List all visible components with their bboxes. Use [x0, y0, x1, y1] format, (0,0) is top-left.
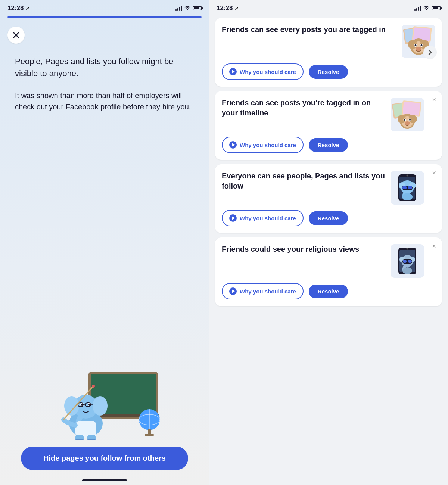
svg-point-39 [415, 44, 417, 46]
card-3-title: Everyone can see people, Pages and lists… [222, 171, 391, 191]
wifi-icon-left [184, 5, 190, 11]
home-indicator-left [82, 479, 127, 481]
illustration-area [0, 366, 209, 440]
progress-bar-container [0, 15, 209, 18]
rbar1 [414, 9, 416, 11]
svg-point-68 [407, 248, 408, 250]
card-4-illustration [391, 245, 424, 277]
teacher-illustration [45, 366, 164, 440]
card-2-top: Friends can see posts you're tagged in o… [222, 98, 435, 131]
status-icons-left [175, 5, 202, 11]
card-3-top: Everyone can see people, Pages and lists… [222, 171, 435, 205]
left-panel: 12:28 ↗ [0, 0, 209, 485]
card-3-illustration [391, 171, 424, 204]
card-2-title: Friends can see posts you're tagged in o… [222, 98, 391, 118]
location-icon-left: ↗ [25, 5, 30, 11]
svg-rect-74 [408, 260, 412, 263]
privacy-card-3: × Everyone can see people, Pages and lis… [215, 164, 442, 233]
card-2-why-label: Why you should care [240, 142, 296, 148]
close-button[interactable] [7, 27, 25, 44]
card-1-why-button[interactable]: Why you should care [222, 63, 304, 80]
signal-bars-left [175, 6, 182, 11]
bar4 [181, 6, 182, 11]
card-2-illustration [391, 98, 424, 131]
card-4-close[interactable]: × [432, 243, 436, 249]
card-4-title: Friends could see your religious views [222, 244, 391, 254]
play-triangle-1 [232, 70, 235, 74]
battery-fill-right [433, 7, 438, 9]
battery-icon-left [193, 6, 202, 10]
card-3-why-button[interactable]: Why you should care [222, 210, 304, 226]
status-icons-right [414, 5, 441, 11]
svg-rect-73 [403, 260, 407, 263]
battery-icon-right [432, 6, 441, 10]
play-triangle-4 [232, 289, 235, 293]
card-2-resolve-button[interactable]: Resolve [309, 138, 348, 152]
svg-point-54 [409, 119, 411, 121]
play-icon-2 [229, 141, 237, 149]
signal-bars-right [414, 6, 421, 11]
play-icon-3 [229, 214, 237, 222]
battery-fill-left [194, 7, 199, 9]
svg-point-75 [402, 267, 412, 274]
play-icon-1 [229, 68, 237, 75]
card-4-why-button[interactable]: Why you should care [222, 283, 304, 299]
play-triangle-3 [232, 216, 235, 220]
right-panel: 12:28 ↗ [209, 0, 448, 485]
card-4-buttons: Why you should care Resolve [222, 283, 435, 299]
wifi-icon-right [423, 5, 429, 11]
privacy-card-4: × Friends could see your religious views [215, 237, 442, 306]
svg-rect-9 [145, 434, 154, 436]
hide-pages-button[interactable]: Hide pages you follow from others [21, 447, 188, 470]
card-3-why-label: Why you should care [240, 215, 296, 221]
card-1-chevron[interactable] [423, 46, 437, 59]
rbar4 [420, 6, 421, 11]
svg-point-65 [402, 193, 413, 200]
svg-rect-46 [403, 102, 420, 116]
card-1-resolve-button[interactable]: Resolve [309, 65, 348, 79]
sub-description: It was shown than more than half of empl… [15, 90, 194, 112]
card-3-buttons: Why you should care Resolve [222, 210, 435, 226]
card-4-resolve-button[interactable]: Resolve [309, 285, 348, 298]
svg-rect-63 [402, 186, 407, 189]
status-bar-left: 12:28 ↗ [0, 0, 209, 15]
card-3-resolve-button[interactable]: Resolve [309, 211, 348, 225]
card-4-top: Friends could see your religious views [222, 244, 435, 278]
svg-point-52 [404, 119, 405, 121]
bar2 [177, 8, 178, 11]
progress-bar [7, 16, 202, 18]
card-3-image [391, 171, 424, 205]
card-3-close[interactable]: × [432, 170, 436, 176]
card-1-why-label: Why you should care [240, 69, 296, 75]
svg-rect-8 [148, 429, 151, 435]
status-bar-right: 12:28 ↗ [209, 0, 448, 15]
cards-container: Friends can see every posts you are tagg… [209, 15, 448, 485]
svg-point-58 [407, 175, 408, 177]
main-description: People, Pages and lists you follow might… [15, 56, 194, 80]
svg-rect-64 [408, 186, 412, 189]
svg-point-55 [405, 121, 410, 125]
rbar3 [418, 7, 419, 11]
card-1-buttons: Why you should care Resolve [222, 63, 435, 80]
bar3 [179, 7, 180, 11]
location-icon-right: ↗ [234, 5, 239, 11]
svg-point-12 [64, 396, 79, 416]
card-1-title: Friends can see every posts you are tagg… [222, 25, 402, 35]
privacy-card-2: × Friends can see posts you're tagged in… [215, 91, 442, 160]
rbar2 [416, 8, 417, 11]
card-2-buttons: Why you should care Resolve [222, 137, 435, 153]
card-2-why-button[interactable]: Why you should care [222, 137, 304, 153]
svg-point-13 [93, 396, 108, 416]
card-2-close[interactable]: × [432, 96, 436, 103]
svg-point-29 [92, 385, 95, 388]
card-4-why-label: Why you should care [240, 288, 296, 295]
bar1 [175, 9, 177, 11]
card-4-image [391, 244, 424, 278]
card-1-top: Friends can see every posts you are tagg… [222, 25, 435, 58]
cta-button-area: Hide pages you follow from others [0, 447, 209, 470]
svg-point-41 [421, 44, 423, 46]
privacy-card-1: Friends can see every posts you are tagg… [215, 18, 442, 87]
time-left: 12:28 [7, 4, 24, 12]
time-right: 12:28 [217, 4, 233, 12]
card-2-image [391, 98, 424, 131]
